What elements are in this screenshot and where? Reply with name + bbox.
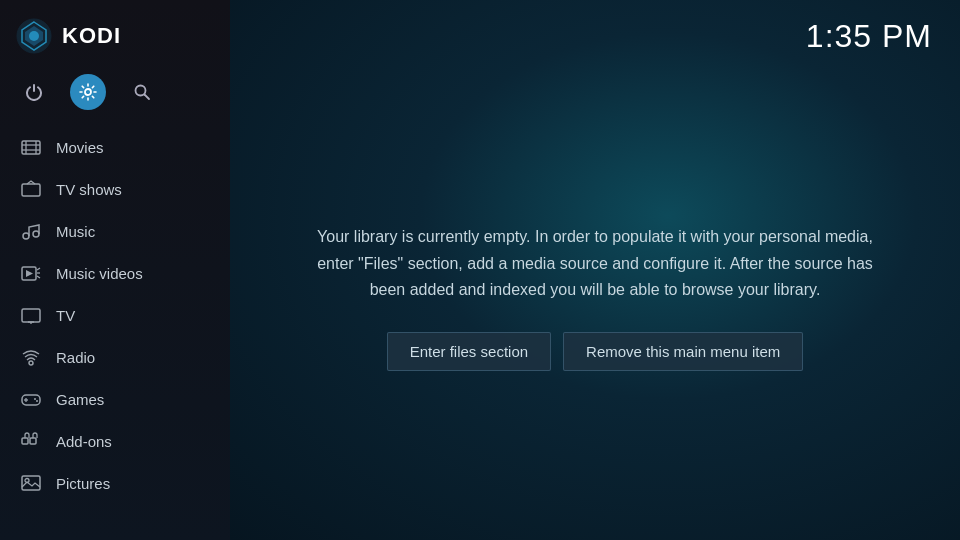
svg-point-28 <box>36 400 38 402</box>
sidebar-item-music[interactable]: Music <box>0 210 230 252</box>
games-icon <box>20 388 42 410</box>
sidebar-item-addons[interactable]: Add-ons <box>0 420 230 462</box>
musicvideos-label: Music videos <box>56 265 143 282</box>
addons-label: Add-ons <box>56 433 112 450</box>
search-button[interactable] <box>124 74 160 110</box>
svg-rect-30 <box>30 438 36 444</box>
app-name: KODI <box>62 23 121 49</box>
sidebar-item-movies[interactable]: Movies <box>0 126 230 168</box>
tv-icon <box>20 304 42 326</box>
svg-line-17 <box>37 268 40 270</box>
tvshows-icon <box>20 178 42 200</box>
pictures-icon <box>20 472 42 494</box>
svg-point-4 <box>85 89 91 95</box>
music-icon <box>20 220 42 242</box>
tv-label: TV <box>56 307 75 324</box>
sidebar-toolbar <box>0 68 230 126</box>
kodi-logo-icon <box>16 18 52 54</box>
svg-rect-7 <box>22 141 40 154</box>
content-area: Your library is currently empty. In orde… <box>230 55 960 540</box>
svg-rect-31 <box>22 476 40 490</box>
music-label: Music <box>56 223 95 240</box>
settings-icon <box>79 83 97 101</box>
tvshows-label: TV shows <box>56 181 122 198</box>
sidebar-item-tv[interactable]: TV <box>0 294 230 336</box>
settings-button[interactable] <box>70 74 106 110</box>
svg-rect-20 <box>22 309 40 322</box>
sidebar: KODI Movies <box>0 0 230 540</box>
pictures-label: Pictures <box>56 475 110 492</box>
svg-rect-29 <box>22 438 28 444</box>
action-buttons: Enter files section Remove this main men… <box>387 332 804 371</box>
enter-files-button[interactable]: Enter files section <box>387 332 551 371</box>
addons-icon <box>20 430 42 452</box>
sidebar-item-tvshows[interactable]: TV shows <box>0 168 230 210</box>
sidebar-item-games[interactable]: Games <box>0 378 230 420</box>
sidebar-item-pictures[interactable]: Pictures <box>0 462 230 504</box>
svg-marker-16 <box>26 270 33 277</box>
svg-point-13 <box>23 233 29 239</box>
main-content: 1:35 PM Your library is currently empty.… <box>230 0 960 540</box>
library-empty-message: Your library is currently empty. In orde… <box>310 224 880 303</box>
svg-point-3 <box>29 31 39 41</box>
remove-menu-item-button[interactable]: Remove this main menu item <box>563 332 803 371</box>
musicvideos-icon <box>20 262 42 284</box>
top-bar: 1:35 PM <box>230 0 960 55</box>
power-button[interactable] <box>16 74 52 110</box>
clock-display: 1:35 PM <box>806 18 932 55</box>
radio-label: Radio <box>56 349 95 366</box>
sidebar-item-musicvideos[interactable]: Music videos <box>0 252 230 294</box>
sidebar-header: KODI <box>0 0 230 68</box>
movies-label: Movies <box>56 139 104 156</box>
search-icon <box>133 83 151 101</box>
power-icon <box>25 83 43 101</box>
movies-icon <box>20 136 42 158</box>
sidebar-item-radio[interactable]: Radio <box>0 336 230 378</box>
svg-point-14 <box>33 231 39 237</box>
svg-rect-12 <box>22 184 40 196</box>
svg-point-23 <box>29 361 33 365</box>
radio-icon <box>20 346 42 368</box>
games-label: Games <box>56 391 104 408</box>
nav-list: Movies TV shows Music Music videos <box>0 126 230 540</box>
svg-line-6 <box>145 95 150 100</box>
svg-line-19 <box>37 276 40 278</box>
svg-point-27 <box>34 398 36 400</box>
